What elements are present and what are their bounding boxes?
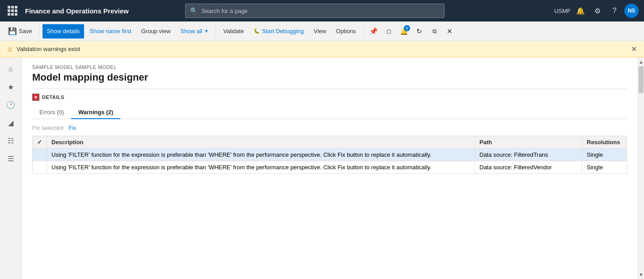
row-1-resolution: Single: [582, 149, 627, 161]
notification-toolbar-button[interactable]: 🔔 0: [397, 24, 411, 39]
fix-bar: Fix selected Fix: [32, 124, 627, 131]
notification-badge: 0: [404, 25, 410, 31]
toolbar-divider-1: [39, 26, 40, 37]
warnings-table: ✓ Description Path Resolutions Using 'FI…: [32, 136, 627, 174]
fix-selected-button[interactable]: Fix selected: [32, 124, 63, 131]
grid-icon: [8, 6, 17, 16]
start-debugging-button[interactable]: 🐛 Start Debugging: [249, 24, 308, 39]
row-2-check[interactable]: [33, 161, 47, 174]
page-title: Model mapping designer: [32, 72, 627, 83]
top-navigation: Finance and Operations Preview 🔍 USMF 🔔 …: [0, 0, 644, 21]
search-input[interactable]: [201, 8, 440, 14]
table-row[interactable]: Using 'FILTER' function for the expressi…: [33, 161, 627, 174]
main-layout: ⌂ ★ 🕐 ◢ ☷ ☰ SAMPLE MODEL SAMPLE MODEL Mo…: [0, 57, 644, 279]
help-button[interactable]: ?: [607, 4, 622, 18]
col-header-check: ✓: [33, 136, 47, 149]
save-button[interactable]: 💾 Save: [4, 24, 37, 39]
validate-button[interactable]: Validate: [219, 24, 248, 39]
col-header-resolutions: Resolutions: [582, 136, 627, 149]
sidebar-workspace-icon[interactable]: ☷: [3, 133, 19, 149]
fix-button[interactable]: Fix: [68, 124, 76, 131]
details-header: ▼ DETAILS: [32, 89, 627, 101]
sidebar-favorites-icon[interactable]: ★: [3, 79, 19, 95]
close-toolbar-button[interactable]: ✕: [442, 24, 457, 39]
show-all-dropdown-arrow: ▼: [204, 29, 208, 34]
notification-bell-button[interactable]: 🔔: [573, 4, 588, 18]
view-button[interactable]: View: [309, 24, 330, 39]
app-title: Finance and Operations Preview: [25, 7, 129, 15]
popout-button[interactable]: ⧉: [427, 24, 441, 39]
details-section: ▼ DETAILS Errors (0) Warnings (2) Fix se…: [21, 89, 638, 279]
settings-button[interactable]: ⚙: [590, 4, 605, 18]
app-grid-button[interactable]: [5, 4, 20, 18]
pin-button[interactable]: 📌: [366, 24, 381, 39]
tab-warnings[interactable]: Warnings (2): [71, 106, 120, 119]
row-1-path: Data source: FilteredTrans: [475, 149, 582, 161]
scroll-down-button[interactable]: ▼: [638, 270, 644, 279]
sidebar-recent-icon[interactable]: 🕐: [3, 97, 19, 113]
right-scrollbar[interactable]: ▲ ▼: [638, 57, 644, 279]
top-nav-right: USMF 🔔 ⚙ ? NS: [554, 4, 639, 18]
user-avatar[interactable]: NS: [624, 4, 639, 18]
bell-icon: 🔔: [576, 7, 585, 15]
toolbar-divider-2: [216, 26, 216, 37]
fullscreen-button[interactable]: ◻: [381, 24, 396, 39]
warning-text: Validation warnings exist: [17, 46, 80, 52]
row-2-resolution: Single: [582, 161, 627, 174]
row-1-check[interactable]: [33, 149, 47, 161]
warning-close-button[interactable]: ✕: [631, 45, 637, 53]
group-view-button[interactable]: Group view: [137, 24, 175, 39]
refresh-button[interactable]: ↻: [412, 24, 426, 39]
content-area: SAMPLE MODEL SAMPLE MODEL Model mapping …: [21, 57, 638, 279]
collapse-details-button[interactable]: ▼: [32, 94, 39, 101]
options-button[interactable]: Options: [331, 24, 360, 39]
table-row[interactable]: Using 'FILTER' function for the expressi…: [33, 149, 627, 161]
row-1-description: Using 'FILTER' function for the expressi…: [47, 149, 475, 161]
search-bar[interactable]: 🔍: [185, 4, 445, 18]
show-all-button[interactable]: Show all ▼: [176, 24, 213, 39]
toolbar-divider-3: [363, 26, 364, 37]
save-icon: 💾: [8, 27, 17, 35]
warning-icon: ⚠: [7, 46, 13, 53]
breadcrumb: SAMPLE MODEL SAMPLE MODEL: [32, 64, 627, 70]
tabs: Errors (0) Warnings (2): [32, 106, 627, 119]
sidebar-home-icon[interactable]: ⌂: [3, 61, 19, 77]
content-header: SAMPLE MODEL SAMPLE MODEL Model mapping …: [21, 57, 638, 89]
scroll-up-button[interactable]: ▲: [638, 57, 644, 66]
sidebar-list-icon[interactable]: ☰: [3, 150, 19, 167]
debug-icon: 🐛: [254, 28, 260, 34]
col-header-description: Description: [47, 136, 475, 149]
warning-banner: ⚠ Validation warnings exist ✕: [0, 41, 644, 57]
show-name-first-button[interactable]: Show name first: [85, 24, 136, 39]
scroll-thumb[interactable]: [639, 66, 644, 93]
toolbar: 💾 Save Show details Show name first Grou…: [0, 21, 644, 41]
company-label: USMF: [554, 8, 571, 14]
details-label: DETAILS: [42, 94, 64, 100]
col-header-path: Path: [475, 136, 582, 149]
show-details-button[interactable]: Show details: [42, 24, 85, 39]
tab-errors[interactable]: Errors (0): [32, 106, 71, 119]
left-sidebar: ⌂ ★ 🕐 ◢ ☷ ☰: [0, 57, 21, 279]
question-icon: ?: [613, 7, 617, 15]
warnings-table-wrapper[interactable]: ✓ Description Path Resolutions Using 'FI…: [32, 136, 627, 174]
gear-icon: ⚙: [594, 7, 601, 15]
search-icon: 🔍: [190, 7, 198, 14]
sidebar-filter-icon[interactable]: ◢: [3, 115, 19, 131]
row-2-description: Using 'FILTER' function for the expressi…: [47, 161, 475, 174]
scroll-track[interactable]: [638, 66, 644, 270]
row-2-path: Data source: FilteredVendor: [475, 161, 582, 174]
